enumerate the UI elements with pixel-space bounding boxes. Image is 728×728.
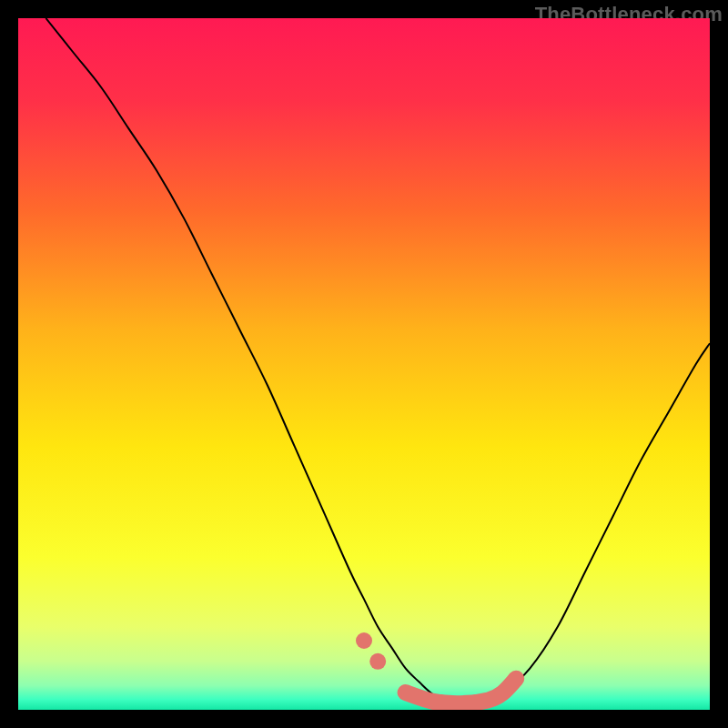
gradient-background — [18, 18, 710, 710]
chart-plot-area — [18, 18, 710, 710]
chart-stage: TheBottleneck.com — [0, 0, 728, 728]
chart-svg — [18, 18, 710, 710]
optimal-marker-dot — [356, 632, 372, 649]
optimal-marker-dot — [369, 653, 386, 670]
